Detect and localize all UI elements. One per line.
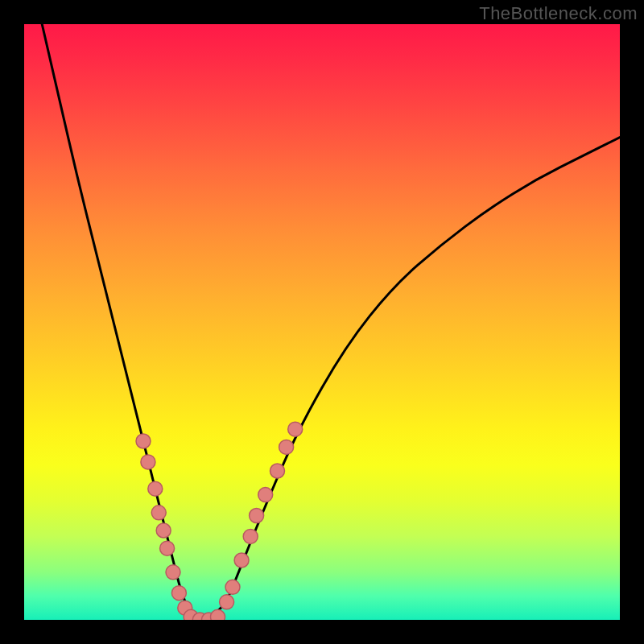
data-marker — [151, 506, 166, 520]
chart-svg — [24, 24, 620, 620]
watermark-label: TheBottleneck.com — [479, 3, 638, 24]
data-marker — [234, 553, 249, 568]
data-marker — [160, 541, 175, 555]
data-marker — [250, 509, 264, 523]
data-marker — [171, 586, 186, 601]
data-marker — [288, 422, 303, 436]
data-marker — [270, 464, 285, 478]
data-marker — [279, 440, 294, 454]
plot-area — [24, 24, 620, 620]
data-marker — [141, 455, 155, 469]
data-marker — [156, 523, 171, 538]
data-marker — [225, 580, 240, 594]
marker-group — [136, 422, 303, 620]
data-marker — [258, 488, 273, 502]
data-marker — [220, 595, 234, 609]
data-marker — [243, 529, 258, 543]
data-marker — [136, 434, 151, 448]
chart-frame: TheBottleneck.com — [0, 0, 644, 644]
data-marker — [166, 565, 180, 580]
bottleneck-curve — [42, 24, 620, 620]
data-marker — [211, 609, 225, 620]
data-marker — [148, 481, 163, 496]
